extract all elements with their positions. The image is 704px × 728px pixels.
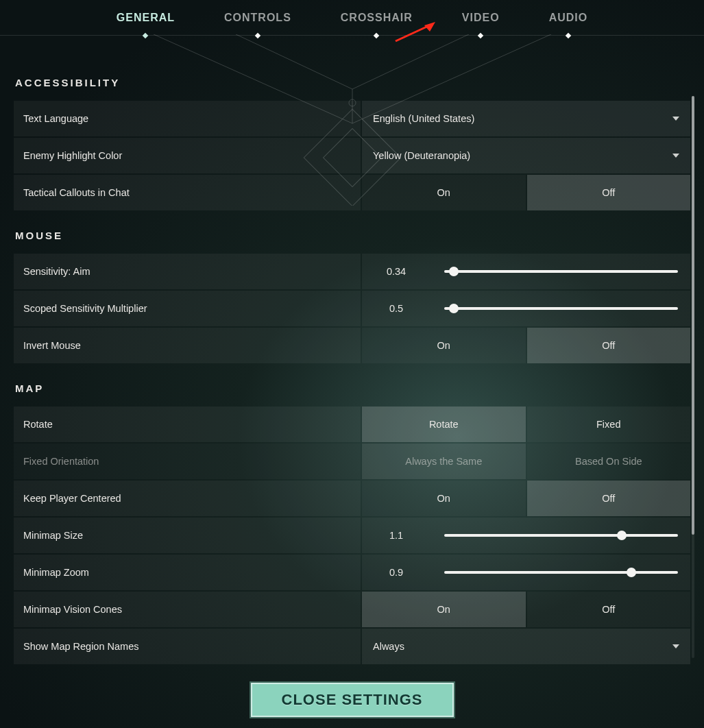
slider-scoped-sens: 0.5 (362, 291, 690, 326)
toggle-map-rotate: Rotate Fixed (362, 407, 690, 442)
label-keep-centered: Keep Player Centered (14, 481, 361, 516)
label-minimap-size: Minimap Size (14, 518, 361, 553)
row-tactical-callouts: Tactical Callouts in Chat On Off (14, 175, 690, 210)
slider-thumb-icon[interactable] (617, 531, 627, 540)
tab-general[interactable]: GENERAL (117, 2, 175, 34)
toggle-invert-off[interactable]: Off (527, 328, 691, 363)
scrollbar-thumb[interactable] (692, 96, 694, 535)
toggle-keep-centered: On Off (362, 481, 690, 516)
settings-scroll-area: ACCESSIBILITY Text Language English (Uni… (0, 36, 704, 666)
settings-tab-bar: GENERAL CONTROLS CROSSHAIR VIDEO AUDIO (0, 0, 704, 36)
close-settings-wrap: CLOSE SETTINGS (250, 681, 455, 718)
dropdown-text-language[interactable]: English (United States) (362, 101, 690, 136)
slider-minimap-size: 1.1 (362, 518, 690, 553)
toggle-tactical-on[interactable]: On (362, 175, 526, 210)
slider-value[interactable]: 1.1 (362, 530, 430, 541)
label-fixed-orientation: Fixed Orientation (14, 444, 361, 479)
slider-track[interactable] (444, 307, 678, 310)
label-minimap-zoom: Minimap Zoom (14, 555, 361, 590)
toggle-rotate-rotate[interactable]: Rotate (362, 407, 526, 442)
label-sensitivity-aim: Sensitivity: Aim (14, 254, 361, 289)
row-fixed-orientation: Fixed Orientation Always the Same Based … (14, 444, 690, 479)
scrollbar-track[interactable] (692, 96, 694, 658)
slider-value[interactable]: 0.5 (362, 303, 430, 314)
row-region-names: Show Map Region Names Always (14, 629, 690, 664)
tab-label: VIDEO (462, 12, 500, 23)
dropdown-value: English (United States) (373, 113, 474, 124)
slider-thumb-icon[interactable] (449, 304, 459, 313)
row-invert-mouse: Invert Mouse On Off (14, 328, 690, 363)
row-vision-cones: Minimap Vision Cones On Off (14, 592, 690, 627)
label-tactical-callouts: Tactical Callouts in Chat (14, 175, 361, 210)
slider-thumb-icon[interactable] (449, 267, 459, 276)
slider-minimap-zoom: 0.9 (362, 555, 690, 590)
toggle-tactical-callouts: On Off (362, 175, 690, 210)
row-text-language: Text Language English (United States) (14, 101, 690, 136)
toggle-rotate-fixed[interactable]: Fixed (527, 407, 691, 442)
row-minimap-size: Minimap Size 1.1 (14, 518, 690, 553)
toggle-cones-on[interactable]: On (362, 592, 526, 627)
row-minimap-zoom: Minimap Zoom 0.9 (14, 555, 690, 590)
slider-thumb-icon[interactable] (627, 568, 636, 577)
slider-track[interactable] (444, 571, 678, 574)
toggle-keep-off[interactable]: Off (527, 481, 691, 516)
slider-track[interactable] (444, 270, 678, 273)
dropdown-region-names[interactable]: Always (362, 629, 690, 664)
row-keep-centered: Keep Player Centered On Off (14, 481, 690, 516)
tab-video[interactable]: VIDEO (462, 2, 500, 34)
label-vision-cones: Minimap Vision Cones (14, 592, 361, 627)
dropdown-enemy-highlight[interactable]: Yellow (Deuteranopia) (362, 138, 690, 173)
label-enemy-highlight: Enemy Highlight Color (14, 138, 361, 173)
label-scoped-sens: Scoped Sensitivity Multiplier (14, 291, 361, 326)
row-sensitivity-aim: Sensitivity: Aim 0.34 (14, 254, 690, 289)
chevron-down-icon (672, 154, 679, 158)
label-text-language: Text Language (14, 101, 361, 136)
label-map-rotate: Rotate (14, 407, 361, 442)
slider-track[interactable] (444, 534, 678, 537)
toggle-invert-mouse: On Off (362, 328, 690, 363)
section-header-map: MAP (15, 383, 690, 394)
dropdown-value: Yellow (Deuteranopia) (373, 150, 470, 161)
slider-sensitivity-aim: 0.34 (362, 254, 690, 289)
label-invert-mouse: Invert Mouse (14, 328, 361, 363)
toggle-fixed-orientation: Always the Same Based On Side (362, 444, 690, 479)
section-header-accessibility: ACCESSIBILITY (15, 77, 690, 88)
row-map-rotate: Rotate Rotate Fixed (14, 407, 690, 442)
toggle-invert-on[interactable]: On (362, 328, 526, 363)
toggle-keep-on[interactable]: On (362, 481, 526, 516)
slider-value[interactable]: 0.9 (362, 567, 430, 578)
tab-label: AUDIO (549, 12, 588, 23)
chevron-down-icon (672, 117, 679, 121)
slider-value[interactable]: 0.34 (362, 266, 430, 277)
label-region-names: Show Map Region Names (14, 629, 361, 664)
close-settings-button[interactable]: CLOSE SETTINGS (250, 681, 455, 718)
tab-label: GENERAL (117, 12, 175, 23)
row-enemy-highlight: Enemy Highlight Color Yellow (Deuteranop… (14, 138, 690, 173)
tab-audio[interactable]: AUDIO (549, 2, 588, 34)
row-scoped-sens: Scoped Sensitivity Multiplier 0.5 (14, 291, 690, 326)
toggle-tactical-off[interactable]: Off (527, 175, 691, 210)
tab-label: CROSSHAIR (341, 12, 413, 23)
toggle-cones-off[interactable]: Off (527, 592, 691, 627)
tab-controls[interactable]: CONTROLS (224, 2, 291, 34)
dropdown-value: Always (373, 641, 404, 652)
toggle-fixedori-same: Always the Same (362, 444, 526, 479)
chevron-down-icon (672, 644, 679, 648)
tab-crosshair[interactable]: CROSSHAIR (341, 2, 413, 34)
section-header-mouse: MOUSE (15, 230, 690, 241)
toggle-vision-cones: On Off (362, 592, 690, 627)
tab-label: CONTROLS (224, 12, 291, 23)
toggle-fixedori-side: Based On Side (527, 444, 691, 479)
